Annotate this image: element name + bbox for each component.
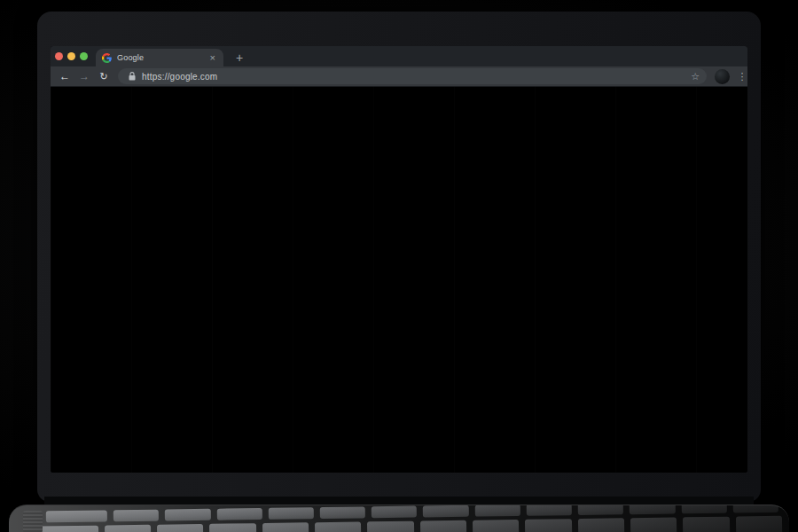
profile-avatar[interactable] [715,69,730,84]
laptop-mockup-stage: Google × + ← → ↻ https://google.com ☆ [0,0,798,532]
keyboard-key [320,506,365,519]
laptop-screen: Google × + ← → ↻ https://google.com ☆ [51,46,747,473]
keyboard-key [157,524,204,532]
keyboard-key [732,505,778,513]
window-controls [55,46,88,66]
keyboard-key [630,517,677,532]
google-favicon-icon [102,53,112,63]
keyboard-key [473,520,520,532]
page-content [51,87,747,473]
keyboard-key [209,523,256,532]
keyboard-key [736,516,783,532]
laptop-base [9,505,789,532]
keyboard-key [525,519,572,532]
keyboard-key [474,505,520,517]
keyboard [9,505,789,532]
keyboard-key [105,525,152,532]
close-window-button[interactable] [55,52,63,60]
browser-tab-strip: Google × + [51,46,747,66]
keyboard-key [578,505,623,515]
keyboard-key [681,505,726,513]
new-tab-button[interactable]: + [230,49,249,66]
keyboard-key [630,505,675,514]
page-texture [51,87,747,473]
keyboard-key [372,506,417,519]
tab-title: Google [117,53,208,62]
zoom-window-button[interactable] [80,52,88,60]
keyboard-key [367,521,414,532]
forward-button[interactable]: → [75,68,93,84]
keyboard-key [35,526,98,532]
keyboard-key [683,517,730,532]
keyboard-key [578,518,625,532]
keyboard-key [269,507,314,520]
keyboard-key [527,505,572,516]
hinge-vent [23,511,43,532]
keyboard-key [315,521,362,532]
url-text[interactable]: https://google.com [142,72,691,82]
lock-icon [129,72,136,81]
keyboard-key [420,520,467,532]
address-bar[interactable]: https://google.com ☆ [118,68,707,84]
browser-toolbar: ← → ↻ https://google.com ☆ ⋮ [51,66,747,87]
bookmark-star-icon[interactable]: ☆ [691,72,700,82]
minimize-window-button[interactable] [67,52,75,60]
keyboard-key [46,510,107,522]
tab-close-icon[interactable]: × [208,53,217,63]
reload-button[interactable]: ↻ [95,68,113,84]
browser-tab-google[interactable]: Google × [96,49,223,66]
browser-menu-icon[interactable]: ⋮ [736,72,747,82]
keyboard-key [216,508,262,520]
back-button[interactable]: ← [56,68,74,84]
laptop-lid: Google × + ← → ↻ https://google.com ☆ [37,12,761,502]
keyboard-key [165,509,210,521]
keyboard-key [262,522,309,532]
keyboard-key [113,510,159,522]
keyboard-key [423,505,468,518]
